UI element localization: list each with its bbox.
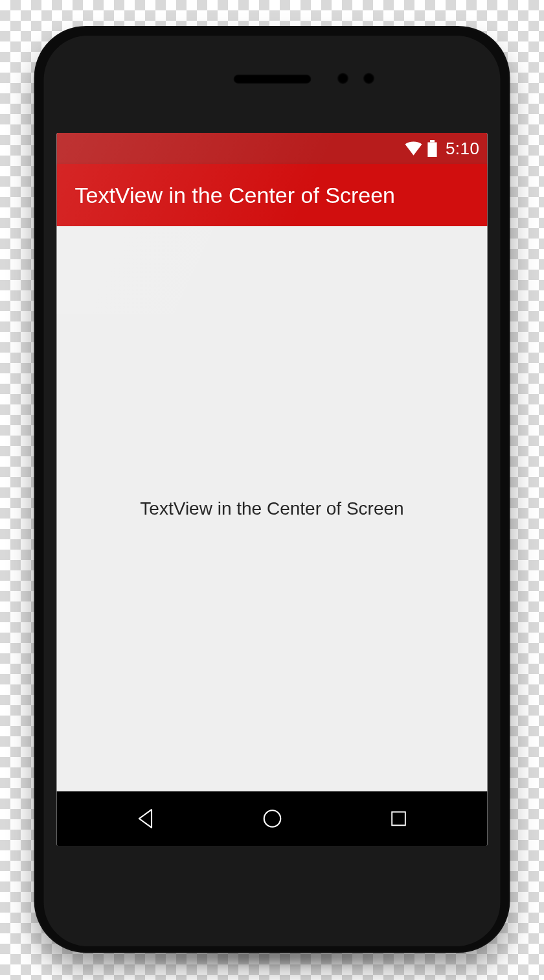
app-title: TextView in the Center of Screen <box>75 183 396 208</box>
camera-dot <box>363 73 374 84</box>
circle-home-icon <box>261 808 283 830</box>
back-button[interactable] <box>107 799 185 838</box>
sensor-dot <box>337 73 348 84</box>
wifi-icon <box>405 141 422 156</box>
home-button[interactable] <box>233 799 311 838</box>
center-textview: TextView in the Center of Screen <box>140 498 403 519</box>
recent-apps-button[interactable] <box>359 799 437 838</box>
status-bar: 5:10 <box>57 133 488 164</box>
status-time: 5:10 <box>446 139 480 159</box>
earpiece <box>233 75 311 84</box>
battery-icon <box>427 140 438 157</box>
svg-point-2 <box>264 810 280 827</box>
svg-rect-0 <box>430 140 435 143</box>
navigation-bar <box>57 791 488 846</box>
square-recent-icon <box>389 809 408 828</box>
device-screen: 5:10 TextView in the Center of Screen Te… <box>57 133 488 846</box>
app-bar: TextView in the Center of Screen <box>57 164 488 226</box>
triangle-back-icon <box>135 808 157 830</box>
content-area: TextView in the Center of Screen <box>57 226 488 791</box>
phone-device-frame: 5:10 TextView in the Center of Screen Te… <box>34 26 510 953</box>
svg-rect-3 <box>392 812 405 826</box>
svg-rect-1 <box>428 143 437 157</box>
